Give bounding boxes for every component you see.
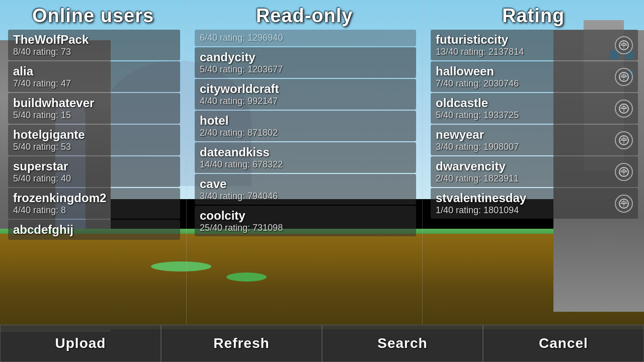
item-name: superstar <box>13 159 175 173</box>
mid-list-item[interactable]: hotel2/40 rating: 871802 <box>195 111 416 141</box>
item-sub: 2/40 rating: 871802 <box>200 128 411 138</box>
left-list-item[interactable]: buildwhatever5/40 rating: 15 <box>8 93 180 124</box>
columns-container: Online users TheWolfPack8/40 rating: 73a… <box>0 0 644 324</box>
map-svg <box>619 199 629 209</box>
map-icon-button[interactable] <box>615 100 633 118</box>
online-users-list: TheWolfPack8/40 rating: 73alia7/40 ratin… <box>0 30 186 324</box>
right-list-item[interactable]: stvalentinesday 1/40 rating: 1801094 <box>431 188 638 219</box>
item-sub: 1/40 rating: 1801094 <box>436 205 615 216</box>
item-sub: 5/40 rating: 1203677 <box>200 64 411 75</box>
readonly-header: Read-only <box>187 0 422 30</box>
right-list-item[interactable]: newyear 3/40 rating: 1908007 <box>431 125 638 155</box>
main-content: Online users TheWolfPack8/40 rating: 73a… <box>0 0 644 362</box>
readonly-list: 6/40 rating: 1296940candycity5/40 rating… <box>187 30 422 324</box>
item-sub: 7/40 rating: 47 <box>13 78 175 89</box>
item-name: buildwhatever <box>13 96 175 110</box>
left-list-item[interactable]: alia7/40 rating: 47 <box>8 61 180 92</box>
right-list-item[interactable]: halloween 7/40 rating: 2030746 <box>431 61 638 92</box>
map-icon-button[interactable] <box>615 36 633 54</box>
left-list-item[interactable]: abcdefghij <box>8 220 180 240</box>
upload-button[interactable]: Upload <box>0 325 161 362</box>
panel-rating: Rating futuristiccity 13/40 rating: 2137… <box>423 0 644 324</box>
left-list-item[interactable]: frozenkingdom24/40 rating: 8 <box>8 188 180 219</box>
right-row: dwarvencity 2/40 rating: 1823911 <box>436 159 633 184</box>
right-row: stvalentinesday 1/40 rating: 1801094 <box>436 191 633 216</box>
item-name: hotel <box>200 114 411 128</box>
item-name: cityworldcraft <box>200 82 411 96</box>
item-sub: 5/40 rating: 53 <box>13 142 175 152</box>
map-svg <box>619 72 629 82</box>
right-list-item[interactable]: futuristiccity 13/40 rating: 2137814 <box>431 30 638 60</box>
item-name: cave <box>200 177 411 191</box>
item-text: stvalentinesday 1/40 rating: 1801094 <box>436 191 615 216</box>
item-text: halloween 7/40 rating: 2030746 <box>436 64 615 89</box>
map-icon-button[interactable] <box>615 163 633 181</box>
map-svg <box>619 167 629 177</box>
item-text: dwarvencity 2/40 rating: 1823911 <box>436 159 615 184</box>
map-icon-button[interactable] <box>615 195 633 213</box>
left-list-item[interactable]: superstar5/40 rating: 40 <box>8 156 180 187</box>
map-icon-button[interactable] <box>615 131 633 149</box>
item-sub: 3/40 rating: 1908007 <box>436 142 615 152</box>
item-sub: 8/40 rating: 73 <box>13 47 175 57</box>
item-name: hotelgigante <box>13 128 175 142</box>
item-name: oldcastle <box>436 96 615 110</box>
right-row: oldcastle 5/40 rating: 1933725 <box>436 96 633 121</box>
item-name: stvalentinesday <box>436 191 615 205</box>
mid-list-item[interactable]: candycity5/40 rating: 1203677 <box>195 47 416 78</box>
right-list-item[interactable]: dwarvencity 2/40 rating: 1823911 <box>431 156 638 187</box>
online-users-header: Online users <box>0 0 186 30</box>
refresh-button[interactable]: Refresh <box>161 325 322 362</box>
rating-list: futuristiccity 13/40 rating: 2137814 hal… <box>423 30 644 324</box>
right-list-item[interactable]: oldcastle 5/40 rating: 1933725 <box>431 93 638 124</box>
item-sub: 6/40 rating: 1296940 <box>200 33 411 43</box>
item-name: dwarvencity <box>436 159 615 173</box>
item-sub: 4/40 rating: 992147 <box>200 96 411 107</box>
left-list-item[interactable]: hotelgigante5/40 rating: 53 <box>8 125 180 155</box>
right-row: futuristiccity 13/40 rating: 2137814 <box>436 33 633 57</box>
item-sub: 25/40 rating: 731098 <box>200 223 411 233</box>
item-text: oldcastle 5/40 rating: 1933725 <box>436 96 615 121</box>
panel-online-users: Online users TheWolfPack8/40 rating: 73a… <box>0 0 186 324</box>
rating-header: Rating <box>423 0 644 30</box>
right-row: newyear 3/40 rating: 1908007 <box>436 128 633 152</box>
item-name: abcdefghij <box>13 223 175 237</box>
item-text: futuristiccity 13/40 rating: 2137814 <box>436 33 615 57</box>
map-svg <box>619 104 629 114</box>
item-name: alia <box>13 64 175 78</box>
mid-list-item[interactable]: cave3/40 rating: 794046 <box>195 174 416 205</box>
item-sub: 3/40 rating: 794046 <box>200 191 411 202</box>
map-svg <box>619 40 629 50</box>
mid-list-item[interactable]: coolcity25/40 rating: 731098 <box>195 206 416 236</box>
mid-list-item[interactable]: cityworldcraft4/40 rating: 992147 <box>195 79 416 110</box>
item-text: newyear 3/40 rating: 1908007 <box>436 128 615 152</box>
item-name: candycity <box>200 50 411 64</box>
panel-readonly: Read-only 6/40 rating: 1296940candycity5… <box>186 0 423 324</box>
item-sub: 4/40 rating: 8 <box>13 205 175 216</box>
bottom-bar: Upload Refresh Search Cancel <box>0 324 644 362</box>
item-name: newyear <box>436 128 615 142</box>
item-name: frozenkingdom2 <box>13 191 175 205</box>
item-name: futuristiccity <box>436 33 615 47</box>
map-svg <box>619 135 629 145</box>
item-sub: 13/40 rating: 2137814 <box>436 47 615 57</box>
mid-list-item[interactable]: dateandkiss14/40 rating: 678322 <box>195 142 416 173</box>
item-name: TheWolfPack <box>13 33 175 47</box>
item-sub: 5/40 rating: 40 <box>13 173 175 184</box>
item-sub: 7/40 rating: 2030746 <box>436 78 615 89</box>
mid-list-item[interactable]: 6/40 rating: 1296940 <box>195 30 416 46</box>
item-sub: 5/40 rating: 1933725 <box>436 110 615 121</box>
item-name: coolcity <box>200 209 411 223</box>
item-sub: 5/40 rating: 15 <box>13 110 175 121</box>
item-name: dateandkiss <box>200 145 411 159</box>
search-button[interactable]: Search <box>322 325 483 362</box>
map-icon-button[interactable] <box>615 68 633 86</box>
item-sub: 14/40 rating: 678322 <box>200 159 411 170</box>
item-name: halloween <box>436 64 615 78</box>
left-list-item[interactable]: TheWolfPack8/40 rating: 73 <box>8 30 180 60</box>
item-sub: 2/40 rating: 1823911 <box>436 173 615 184</box>
cancel-button[interactable]: Cancel <box>483 325 644 362</box>
right-row: halloween 7/40 rating: 2030746 <box>436 64 633 89</box>
